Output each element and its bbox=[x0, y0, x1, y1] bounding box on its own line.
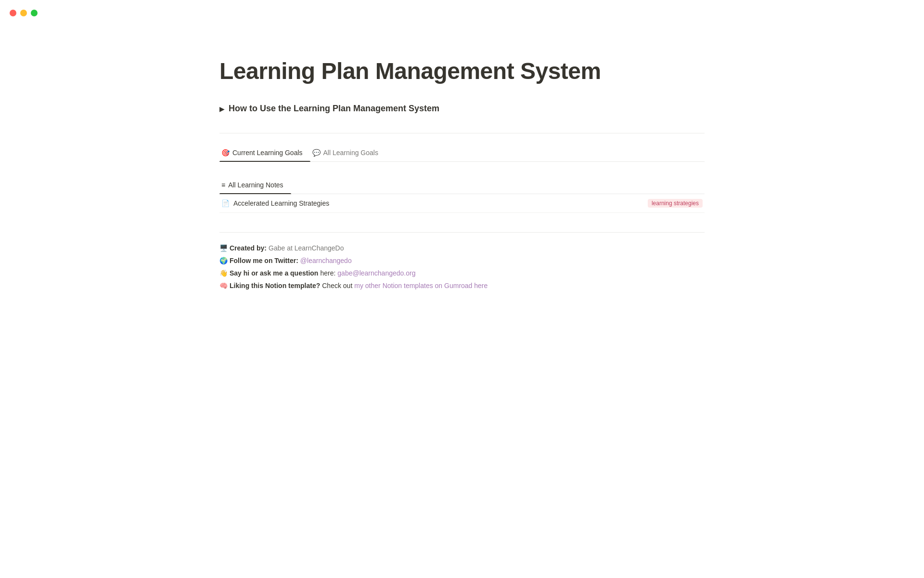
footer-text-3: here: bbox=[320, 269, 335, 277]
footer-emoji-3: 👋 bbox=[219, 269, 228, 277]
footer-label-4: Liking this Notion template? bbox=[230, 282, 320, 289]
main-content: Learning Plan Management System ▶ How to… bbox=[173, 0, 751, 333]
footer-line-created: 🖥️ Created by: Gabe at LearnChangeDo bbox=[219, 244, 705, 252]
footer-text-1: Gabe at LearnChangeDo bbox=[269, 244, 344, 252]
traffic-light-green[interactable] bbox=[31, 10, 38, 16]
goals-tabs-section: 🎯 Current Learning Goals 💬 All Learning … bbox=[219, 145, 705, 162]
page-title: Learning Plan Management System bbox=[219, 58, 705, 84]
footer-line-gumroad: 🧠 Liking this Notion template? Check out… bbox=[219, 282, 705, 289]
notes-item-doc-icon: 📄 bbox=[221, 199, 230, 207]
toggle-title: How to Use the Learning Plan Management … bbox=[229, 104, 439, 114]
tab-all-learning-goals[interactable]: 💬 All Learning Goals bbox=[310, 145, 386, 161]
tab-all-label: All Learning Goals bbox=[323, 149, 378, 157]
goals-tabs-row: 🎯 Current Learning Goals 💬 All Learning … bbox=[219, 145, 705, 162]
notes-item-tag: learning strategies bbox=[648, 199, 703, 208]
notes-tabs-row: ≡ All Learning Notes bbox=[219, 177, 705, 194]
footer-label-3: Say hi or ask me a question bbox=[230, 269, 318, 277]
footer-line-twitter: 🌍 Follow me on Twitter: @learnchangedo bbox=[219, 257, 705, 264]
traffic-lights bbox=[10, 10, 38, 16]
notes-tab-label: All Learning Notes bbox=[228, 181, 283, 189]
tab-current-icon: 🎯 bbox=[221, 149, 230, 157]
tab-current-label: Current Learning Goals bbox=[232, 149, 303, 157]
footer-email-link[interactable]: gabe@learnchangedo.org bbox=[337, 269, 415, 277]
tab-all-icon: 💬 bbox=[312, 149, 321, 157]
divider-1 bbox=[219, 133, 705, 133]
footer-label-2: Follow me on Twitter: bbox=[230, 257, 298, 264]
notes-item-row[interactable]: 📄 Accelerated Learning Strategies learni… bbox=[219, 194, 705, 213]
footer-line-email: 👋 Say hi or ask me a question here: gabe… bbox=[219, 269, 705, 277]
toggle-section[interactable]: ▶ How to Use the Learning Plan Managemen… bbox=[219, 104, 705, 114]
footer-twitter-link[interactable]: @learnchangedo bbox=[300, 257, 352, 264]
notes-item-left: 📄 Accelerated Learning Strategies bbox=[221, 199, 329, 207]
traffic-light-red[interactable] bbox=[10, 10, 16, 16]
footer-section: 🖥️ Created by: Gabe at LearnChangeDo 🌍 F… bbox=[219, 232, 705, 289]
toggle-arrow-icon: ▶ bbox=[219, 105, 225, 113]
tab-all-learning-notes[interactable]: ≡ All Learning Notes bbox=[219, 177, 291, 194]
footer-emoji-2: 🌍 bbox=[219, 257, 228, 264]
footer-gumroad-link[interactable]: my other Notion templates on Gumroad her… bbox=[354, 282, 488, 289]
footer-label-1: Created by: bbox=[230, 244, 267, 252]
traffic-light-yellow[interactable] bbox=[20, 10, 27, 16]
notes-database-section: ≡ All Learning Notes 📄 Accelerated Learn… bbox=[219, 177, 705, 213]
tab-current-learning-goals[interactable]: 🎯 Current Learning Goals bbox=[219, 145, 310, 161]
footer-emoji-1: 🖥️ bbox=[219, 244, 228, 252]
notes-tab-icon: ≡ bbox=[221, 181, 225, 189]
footer-emoji-4: 🧠 bbox=[219, 282, 228, 289]
notes-item-title: Accelerated Learning Strategies bbox=[233, 199, 329, 207]
footer-text-4: Check out bbox=[322, 282, 352, 289]
